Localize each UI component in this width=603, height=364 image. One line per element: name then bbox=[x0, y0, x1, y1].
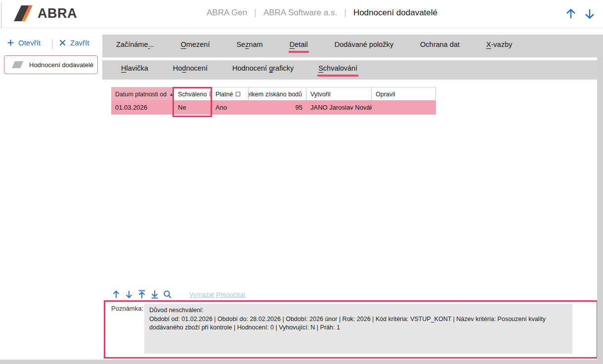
note-textbox[interactable]: Důvod neschválení: Období od: 01.02.2026… bbox=[144, 304, 572, 354]
app-window: ABRA ABRA Gen|ABRA Software a.s.|Hodnoce… bbox=[0, 0, 603, 364]
move-bottom-icon bbox=[150, 289, 160, 299]
column-header-label: Datum platnosti od bbox=[115, 91, 167, 98]
main-tab-6[interactable]: X-vazby bbox=[485, 35, 513, 53]
move-down-icon bbox=[124, 289, 134, 299]
breadcrumb-separator: | bbox=[247, 7, 263, 18]
column-header-label: Celkem získáno bodů bbox=[249, 91, 302, 98]
close-button-label: Zavřít bbox=[70, 39, 89, 47]
move-bottom-button[interactable] bbox=[150, 289, 160, 299]
abra-logo-icon bbox=[14, 5, 35, 21]
move-up-icon bbox=[111, 289, 121, 299]
row-cell-0: 01.03.2026 bbox=[111, 100, 174, 115]
window-right-edge bbox=[597, 57, 603, 364]
row-cell-3: 95 bbox=[249, 100, 306, 115]
main-tab-3-active[interactable]: Detail bbox=[289, 35, 309, 53]
plus-icon bbox=[7, 39, 14, 46]
sub-tab-2[interactable]: Hodnocení graficky bbox=[231, 60, 295, 77]
open-button-label: Otevřít bbox=[18, 39, 41, 47]
move-up-button[interactable] bbox=[111, 289, 121, 299]
window-bottom-edge bbox=[0, 360, 603, 364]
note-line2: Období od: 01.02.2026 | Období do: 28.02… bbox=[149, 315, 567, 332]
top-header: ABRA ABRA Gen|ABRA Software a.s.|Hodnoce… bbox=[0, 0, 603, 28]
abra-logo-text: ABRA bbox=[38, 6, 77, 21]
column-header-4[interactable]: Vytvořil bbox=[306, 87, 372, 101]
column-header-1[interactable]: Schváleno bbox=[174, 87, 212, 101]
sub-tab-0[interactable]: Hlavička bbox=[120, 60, 149, 77]
column-header-3[interactable]: Celkem získáno bodů bbox=[249, 87, 306, 101]
main-tab-4[interactable]: Dodávané položky bbox=[334, 35, 394, 53]
main-tab-0[interactable]: Začínáme... bbox=[115, 35, 155, 53]
main-tab-2[interactable]: Seznam bbox=[235, 35, 263, 53]
row-cell-1: Ne bbox=[174, 100, 212, 115]
move-top-button[interactable] bbox=[137, 289, 147, 299]
abra-logo: ABRA bbox=[14, 5, 77, 21]
table-header-row: Datum platnosti od▲SchválenoPlatnéCelkem… bbox=[111, 87, 436, 100]
row-navigation-toolbar bbox=[111, 289, 172, 299]
detail-sub-tab-bar: HlavičkaHodnoceníHodnocení grafickySchva… bbox=[102, 60, 603, 80]
sidebar: Otevřít Zavřít Hodnocení dodavatelé bbox=[0, 28, 102, 360]
record-down-button[interactable] bbox=[583, 7, 596, 20]
sort-asc-icon: ▲ bbox=[169, 92, 173, 97]
column-header-label: Vytvořil bbox=[310, 91, 331, 98]
close-button[interactable]: Zavřít bbox=[59, 39, 89, 47]
note-line1: Důvod neschválení: bbox=[149, 306, 567, 315]
arrow-down-icon bbox=[583, 7, 596, 20]
agenda-icon bbox=[12, 61, 23, 68]
breadcrumb: ABRA Gen|ABRA Software a.s.|Hodnocení do… bbox=[207, 7, 437, 18]
main-tab-1[interactable]: Omezení bbox=[180, 35, 211, 53]
row-cell-4: JANO Jaroslav Novák bbox=[306, 100, 372, 115]
search-icon bbox=[163, 289, 172, 299]
main-tab-bar: Začínáme...OmezeníSeznamDetailDodávané p… bbox=[102, 35, 603, 57]
move-down-button[interactable] bbox=[124, 289, 134, 299]
move-top-icon bbox=[137, 289, 147, 299]
breadcrumb-item[interactable]: ABRA Software a.s. bbox=[263, 8, 337, 18]
note-label: Poznámka: bbox=[111, 305, 143, 312]
row-cell-5 bbox=[372, 100, 436, 115]
sidebar-item-hodnoceni-dodavatele[interactable]: Hodnocení dodavatelé bbox=[4, 55, 98, 74]
open-button[interactable]: Otevřít bbox=[7, 39, 41, 47]
breadcrumb-item: Hodnocení dodavatelé bbox=[353, 8, 437, 18]
record-up-button[interactable] bbox=[564, 7, 577, 20]
row-cell-2: Ano bbox=[212, 100, 249, 115]
sidebar-item-label: Hodnocení dodavatelé bbox=[29, 61, 93, 69]
sidebar-button-divider bbox=[52, 39, 52, 49]
column-header-5[interactable]: Opravil bbox=[372, 87, 436, 101]
breadcrumb-item[interactable]: ABRA Gen bbox=[207, 8, 247, 18]
column-header-label: Schváleno bbox=[178, 91, 207, 98]
recalculate-link[interactable]: Přepočítat bbox=[216, 291, 245, 298]
sub-tab-1[interactable]: Hodnocení bbox=[172, 60, 209, 77]
column-header-0[interactable]: Datum platnosti od▲ bbox=[111, 87, 174, 101]
sub-tab-3-active[interactable]: Schvalování bbox=[317, 60, 358, 77]
clear-link[interactable]: Vymazat bbox=[189, 291, 214, 298]
breadcrumb-separator: | bbox=[337, 7, 353, 18]
arrow-up-icon bbox=[564, 7, 577, 20]
main-tab-5[interactable]: Ochrana dat bbox=[419, 35, 461, 53]
column-header-label: Platné bbox=[215, 91, 233, 98]
column-filter-checkbox[interactable] bbox=[236, 92, 240, 96]
column-header-label: Opravil bbox=[376, 91, 395, 98]
close-icon bbox=[59, 39, 66, 46]
search-button[interactable] bbox=[163, 289, 172, 299]
column-header-2[interactable]: Platné bbox=[212, 87, 249, 101]
table-row[interactable]: 01.03.2026NeAno95JANO Jaroslav Novák bbox=[111, 100, 436, 115]
